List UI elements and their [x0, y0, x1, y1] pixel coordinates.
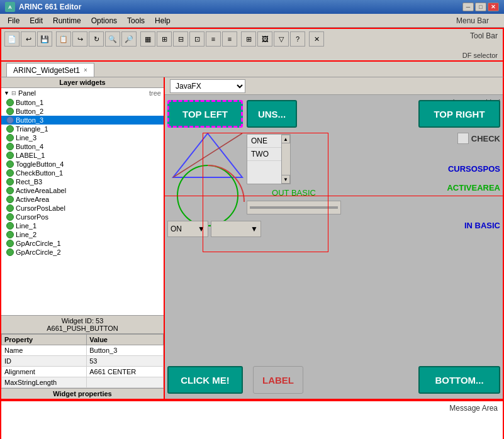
in-basic-label: IN BASIC: [464, 221, 500, 230]
bottom-button[interactable]: BOTTOM...: [418, 366, 500, 394]
tree-item-button4[interactable]: Button_4: [1, 142, 164, 151]
tree-root[interactable]: ▼ ⊟ Panel tree: [1, 88, 164, 98]
on-dropdown[interactable]: ON ▼: [167, 221, 208, 237]
minimize-button[interactable]: ─: [462, 3, 474, 11]
slider[interactable]: [247, 201, 341, 214]
tree-item-label1[interactable]: LABEL_1: [1, 151, 164, 160]
toolbar-help[interactable]: ?: [290, 31, 305, 47]
tree-item-button1[interactable]: Button_1: [1, 98, 164, 107]
tree-item-line2[interactable]: Line_2: [1, 230, 164, 239]
circle-shape: [170, 164, 245, 227]
toolbar-btn15[interactable]: ⊞: [241, 31, 256, 47]
close-button[interactable]: ✕: [488, 3, 499, 11]
tree-item-line3[interactable]: Line_3: [1, 133, 164, 142]
menu-runtime[interactable]: Runtime: [48, 15, 86, 26]
tree-item-icon: [6, 178, 14, 186]
check-box[interactable]: [457, 133, 469, 144]
tree-item-gparccircle2[interactable]: GpArcCircle_2: [1, 248, 164, 257]
menu-bar: File Edit Runtime Options Tools Help Men…: [0, 14, 504, 28]
tree-item-icon: [6, 116, 14, 124]
check-label: CHECK: [471, 134, 500, 143]
left-panel: Layer widgets ▼ ⊟ Panel tree Button_1 Bu…: [1, 77, 165, 399]
toolbar-btn5[interactable]: ↪: [72, 31, 87, 47]
tree-item-activearealabel[interactable]: ActiveAreaLabel: [1, 186, 164, 195]
toolbar-btn13[interactable]: ≡: [206, 31, 221, 47]
tree-item-activearea[interactable]: ActiveArea: [1, 195, 164, 204]
listbox-scrollbar[interactable]: ▲ ▼: [281, 135, 290, 184]
scroll-up-icon[interactable]: ▲: [281, 135, 290, 143]
props-cell-id-val: 53: [87, 356, 164, 367]
tree-item-rectb3[interactable]: Rect_B3: [1, 177, 164, 186]
on-dropdown-arrow: ▼: [198, 225, 205, 233]
cursospos-label: CURSOSPOS: [448, 164, 500, 174]
toolbar-btn8[interactable]: 🔎: [121, 31, 137, 47]
svg-point-2: [177, 165, 238, 226]
toolbar-close[interactable]: ✕: [309, 31, 324, 47]
toolbar-btn12[interactable]: ⊡: [189, 31, 204, 47]
props-cell-maxstring-val: [87, 377, 164, 388]
label-button[interactable]: LABEL: [253, 366, 303, 394]
tree-item-cursorpos[interactable]: CursorPos: [1, 213, 164, 221]
javafx-dropdown[interactable]: JavaFX: [170, 79, 245, 93]
toolbar-btn9[interactable]: ▦: [140, 31, 155, 47]
toolbar-btn11[interactable]: ⊟: [173, 31, 188, 47]
menu-file[interactable]: File: [3, 15, 25, 26]
tree-item-icon: [6, 231, 14, 238]
tree-item-line1[interactable]: Line_1: [1, 221, 164, 230]
listbox[interactable]: ONE TWO ▲ ▼: [247, 134, 291, 184]
graphical-area: Layer graphicalpanel TOP LEFT UNS... TOP…: [165, 95, 503, 399]
top-left-button[interactable]: TOP LEFT: [167, 100, 243, 128]
tree-item-gparccircle1[interactable]: GpArcCircle_1: [1, 239, 164, 248]
tree-item-label: GpArcCircle_2: [16, 248, 61, 256]
tree-item-icon: [6, 240, 14, 247]
toolbar-btn10[interactable]: ⊞: [157, 31, 172, 47]
toolbar-btn6[interactable]: ↻: [89, 31, 104, 47]
props-cell-name-key: Name: [2, 345, 87, 356]
tree-item-label: Line_2: [16, 231, 36, 238]
app-icon: A: [5, 2, 15, 12]
tree-item-cursorposlabel[interactable]: CursorPosLabel: [1, 204, 164, 213]
tree-item-icon: [6, 108, 14, 115]
tree-item-icon: [6, 152, 14, 159]
tree-item-checkbtn1[interactable]: CheckButton_1: [1, 169, 164, 177]
menu-options[interactable]: Options: [86, 15, 122, 26]
toolbar-filter[interactable]: ▽: [274, 31, 289, 47]
menu-tools[interactable]: Tools: [122, 15, 150, 26]
tree-item-label: LABEL_1: [16, 152, 45, 159]
scroll-down-icon[interactable]: ▼: [281, 175, 290, 184]
tab-widgetset1[interactable]: ARINC_WidgetSet1 ×: [6, 63, 94, 77]
menu-edit[interactable]: Edit: [25, 15, 48, 26]
tree-item-button3[interactable]: Button_3: [1, 116, 164, 125]
tree-item-toggle4[interactable]: ToggleButton_4: [1, 160, 164, 169]
tree-item-label: ActiveArea: [16, 196, 49, 203]
tree-item-triangle1[interactable]: Triangle_1: [1, 125, 164, 133]
toolbar: 📄 ↩ 💾 📋 ↪ ↻ 🔍 🔎 ▦ ⊞ ⊟ ⊡ ≡ ≡ ⊞ 🖼 ▽ ? ✕ To…: [1, 29, 503, 49]
toolbar-btn16[interactable]: 🖼: [257, 31, 272, 47]
top-right-button[interactable]: TOP RIGHT: [418, 100, 500, 128]
empty-dropdown-arrow: ▼: [250, 225, 258, 233]
toolbar-btn4[interactable]: 📋: [56, 31, 71, 47]
tab-close-icon[interactable]: ×: [84, 67, 87, 74]
toolbar-new[interactable]: 📄: [4, 31, 20, 47]
tree-item-icon: [6, 248, 14, 256]
toolbar-btn14[interactable]: ≡: [222, 31, 237, 47]
tree-item-label: Rect_B3: [16, 178, 42, 186]
window-controls: ─ □ ✕: [462, 3, 499, 11]
maximize-button[interactable]: □: [475, 3, 486, 11]
tree-item-label: GpArcCircle_1: [16, 240, 61, 247]
tree-item-icon: [6, 204, 14, 212]
click-me-button[interactable]: CLICK ME!: [167, 366, 243, 394]
tab-label: ARINC_WidgetSet1: [13, 66, 80, 75]
toolbar-btn7[interactable]: 🔍: [105, 31, 120, 47]
toolbar-open[interactable]: ↩: [21, 31, 36, 47]
toolbar-save[interactable]: 💾: [37, 31, 52, 47]
empty-dropdown[interactable]: ▼: [211, 221, 261, 237]
top-mid-button[interactable]: UNS...: [247, 100, 297, 128]
tree-item-button2[interactable]: Button_2: [1, 107, 164, 116]
menu-help[interactable]: Help: [150, 15, 176, 26]
tree-folder-label: Panel: [18, 89, 36, 97]
title-bar: A ARINC 661 Editor ─ □ ✕: [0, 0, 504, 14]
graphical-label-area: Layer graphicalpanel TOP LEFT UNS... TOP…: [165, 95, 503, 399]
tree-item-icon: [6, 213, 14, 221]
message-area: Message Area: [0, 400, 504, 439]
